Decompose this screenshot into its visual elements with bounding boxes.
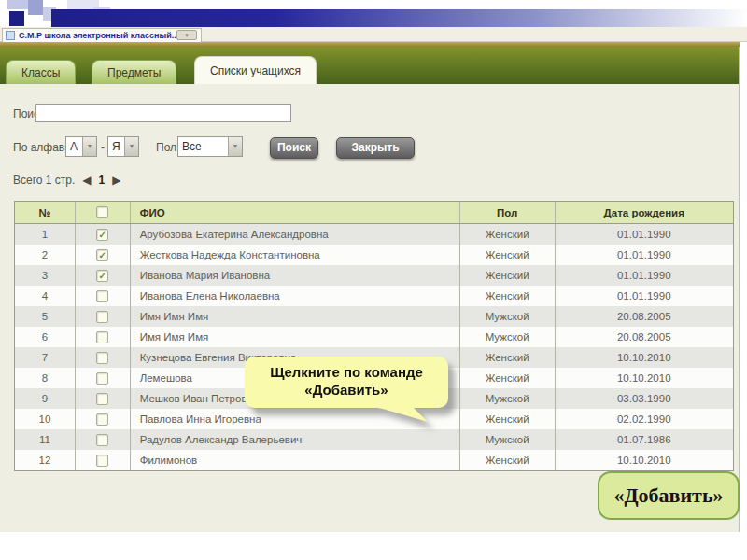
row-fio: Иванова Елена Николаевна <box>130 286 459 306</box>
row-gender: Женский <box>459 224 555 245</box>
row-number: 12 <box>15 450 75 470</box>
table-row[interactable]: 5 Имя Имя Имя Мужской 20.08.2005 <box>15 306 733 327</box>
row-fio: Радулов Александр Валерьевич <box>130 429 459 450</box>
table-header-row: № ФИО Пол Дата рождения <box>15 202 733 224</box>
search-input[interactable] <box>35 104 291 122</box>
row-birthdate: 02.02.1990 <box>555 409 734 429</box>
header-fio: ФИО <box>130 202 459 223</box>
row-checkbox[interactable] <box>96 434 108 446</box>
close-button[interactable]: Закрыть <box>336 137 415 159</box>
row-gender: Женский <box>459 409 555 429</box>
row-birthdate: 20.08.2005 <box>555 306 734 327</box>
table-body: 1 ✓ Арубозова Екатерина Александровна Же… <box>15 224 733 470</box>
row-birthdate: 01.01.1990 <box>555 224 734 245</box>
row-birthdate: 10.10.2010 <box>555 347 734 368</box>
callout-line2: «Добавить» <box>254 382 439 399</box>
row-checkbox-cell <box>75 450 130 470</box>
callout-text: Щелкните по команде «Добавить» <box>245 357 448 408</box>
tab-label: Классы <box>21 66 60 79</box>
table-row[interactable]: 11 Радулов Александр Валерьевич Мужской … <box>15 429 733 450</box>
tab-menu-button[interactable]: ▾ <box>176 30 197 40</box>
row-checkbox-cell <box>75 306 130 327</box>
row-gender: Женский <box>459 245 555 265</box>
table-row[interactable]: 3 ✓ Иванова Мария Ивановна Женский 01.01… <box>15 265 733 286</box>
tab-bar: Классы Предметы Списки учащихся <box>0 47 739 84</box>
tab-classes[interactable]: Классы <box>6 60 76 84</box>
callout-line1: Щелкните по команде <box>254 364 439 382</box>
row-fio: Имя Имя Имя <box>130 306 459 327</box>
deco-gradient-bar <box>51 9 747 27</box>
row-number: 4 <box>15 286 75 306</box>
instruction-callout: Щелкните по команде «Добавить» <box>245 357 448 408</box>
table-row[interactable]: 6 Имя Имя Имя Мужской 20.08.2005 <box>15 327 733 347</box>
row-checkbox-cell: ✓ <box>75 245 130 265</box>
gender-value: Все <box>178 137 228 156</box>
row-number: 2 <box>15 245 75 265</box>
chevron-down-icon[interactable]: ▼ <box>228 137 242 156</box>
row-checkbox-cell <box>75 429 130 450</box>
row-gender: Мужской <box>459 327 555 347</box>
row-birthdate: 01.01.1990 <box>555 286 734 306</box>
row-checkbox[interactable] <box>96 311 108 323</box>
row-number: 11 <box>15 429 75 450</box>
alphabet-to-select[interactable]: Я ▼ <box>107 136 139 157</box>
row-checkbox-cell <box>75 286 130 306</box>
row-number: 10 <box>15 409 75 429</box>
row-checkbox[interactable] <box>96 372 108 385</box>
row-checkbox-cell: ✓ <box>75 224 130 245</box>
tab-student-lists[interactable]: Списки учащихся <box>194 56 317 84</box>
gender-select[interactable]: Все ▼ <box>177 136 243 157</box>
search-button[interactable]: Поиск <box>270 137 318 159</box>
browser-tab[interactable]: С.М.Р школа электронный классный... ▾ <box>2 28 202 42</box>
row-number: 9 <box>15 388 75 409</box>
row-fio: Жесткова Надежда Константиновна <box>130 245 459 265</box>
row-gender: Женский <box>459 450 555 470</box>
row-birthdate: 10.10.2010 <box>555 368 734 388</box>
row-checkbox[interactable] <box>96 393 108 405</box>
select-all-checkbox[interactable] <box>96 206 108 218</box>
deco-square <box>9 11 24 26</box>
row-checkbox[interactable] <box>96 455 108 467</box>
row-fio: Иванова Мария Ивановна <box>130 265 459 286</box>
tab-subjects[interactable]: Предметы <box>92 60 176 84</box>
row-checkbox[interactable]: ✓ <box>96 229 108 241</box>
chevron-down-icon[interactable]: ▼ <box>82 137 96 156</box>
row-birthdate: 03.03.1990 <box>555 388 734 409</box>
alphabet-to-value: Я <box>108 137 124 156</box>
row-gender: Мужской <box>459 429 555 450</box>
table-row[interactable]: 4 Иванова Елена Николаевна Женский 01.01… <box>15 286 733 306</box>
row-checkbox-cell <box>75 347 130 368</box>
prev-page-icon[interactable]: ◀ <box>82 174 91 187</box>
chevron-down-icon[interactable]: ▼ <box>124 137 138 156</box>
current-page[interactable]: 1 <box>99 174 106 187</box>
row-checkbox-cell <box>75 388 130 409</box>
row-checkbox[interactable] <box>96 352 108 364</box>
row-birthdate: 20.08.2005 <box>555 327 734 347</box>
next-page-icon[interactable]: ▶ <box>112 174 120 187</box>
row-checkbox[interactable]: ✓ <box>96 270 108 282</box>
row-checkbox[interactable] <box>96 290 108 302</box>
row-checkbox-cell <box>75 327 130 347</box>
row-checkbox[interactable] <box>96 331 108 343</box>
row-gender: Мужской <box>459 388 555 409</box>
row-checkbox[interactable] <box>96 413 108 426</box>
table-row[interactable]: 12 Филимонов Женский 10.10.2010 <box>15 450 733 470</box>
row-gender: Женский <box>459 265 555 286</box>
pagination: Всего 1 стр. ◀ 1 ▶ <box>13 174 128 187</box>
row-gender: Женский <box>459 347 555 368</box>
tab-label: Предметы <box>107 66 161 79</box>
row-checkbox[interactable]: ✓ <box>96 249 108 261</box>
table-row[interactable]: 2 ✓ Жесткова Надежда Константиновна Женс… <box>15 245 733 265</box>
deco-square <box>28 0 43 15</box>
table-row[interactable]: 1 ✓ Арубозова Екатерина Александровна Же… <box>15 224 733 245</box>
header-checkbox <box>75 202 130 223</box>
browser-tab-strip: С.М.Р школа электронный классный... ▾ <box>0 27 747 42</box>
row-fio: Арубозова Екатерина Александровна <box>130 224 459 245</box>
students-table: № ФИО Пол Дата рождения 1 ✓ Арубозова Ек… <box>14 201 734 471</box>
gender-filter-label: Пол: <box>156 141 179 154</box>
add-button[interactable]: «Добавить» <box>598 471 740 520</box>
pages-total-label: Всего 1 стр. <box>13 174 75 187</box>
alphabet-from-select[interactable]: А ▼ <box>65 136 97 157</box>
row-number: 5 <box>15 306 75 327</box>
row-number: 6 <box>15 327 75 347</box>
